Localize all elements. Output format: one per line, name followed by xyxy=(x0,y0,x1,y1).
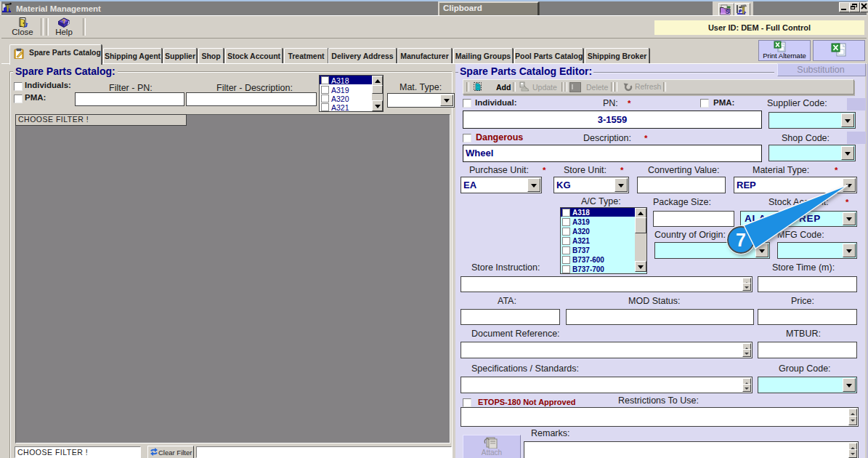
svg-text:7: 7 xyxy=(736,230,746,250)
